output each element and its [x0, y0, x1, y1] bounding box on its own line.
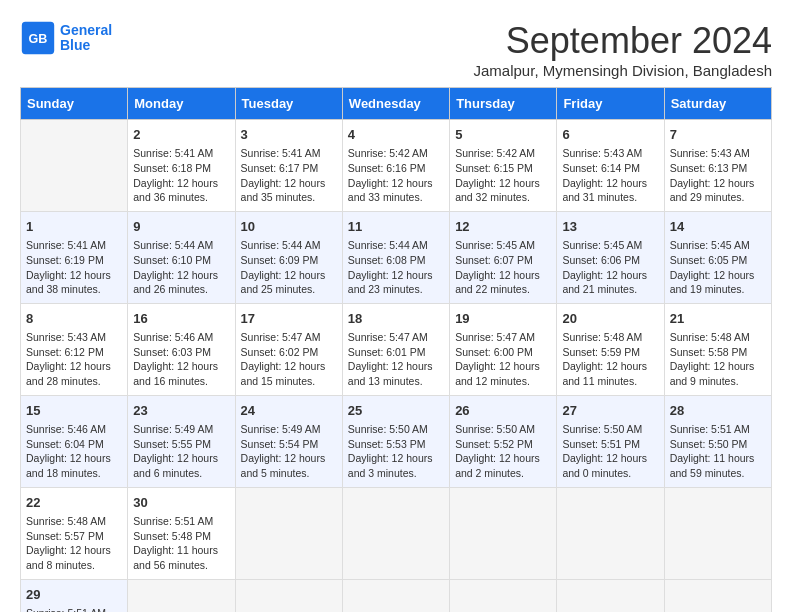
logo-blue: Blue: [60, 38, 112, 53]
sunrise-text: Sunrise: 5:44 AM: [348, 238, 444, 253]
daylight-text: Daylight: 12 hours and 3 minutes.: [348, 451, 444, 480]
calendar-cell: 27Sunrise: 5:50 AMSunset: 5:51 PMDayligh…: [557, 395, 664, 487]
sunrise-text: Sunrise: 5:51 AM: [670, 422, 766, 437]
calendar-row: 2Sunrise: 5:41 AMSunset: 6:18 PMDaylight…: [21, 120, 772, 212]
sunset-text: Sunset: 6:01 PM: [348, 345, 444, 360]
daylight-text: Daylight: 12 hours and 5 minutes.: [241, 451, 337, 480]
calendar-cell: 18Sunrise: 5:47 AMSunset: 6:01 PMDayligh…: [342, 303, 449, 395]
sunset-text: Sunset: 6:05 PM: [670, 253, 766, 268]
calendar-cell: 14Sunrise: 5:45 AMSunset: 6:05 PMDayligh…: [664, 211, 771, 303]
sunrise-text: Sunrise: 5:46 AM: [26, 422, 122, 437]
day-number: 30: [133, 494, 229, 512]
sunrise-text: Sunrise: 5:45 AM: [562, 238, 658, 253]
sunset-text: Sunset: 6:08 PM: [348, 253, 444, 268]
logo-general: General: [60, 22, 112, 38]
day-number: 25: [348, 402, 444, 420]
calendar-cell: 12Sunrise: 5:45 AMSunset: 6:07 PMDayligh…: [450, 211, 557, 303]
sunrise-text: Sunrise: 5:49 AM: [133, 422, 229, 437]
calendar-cell: 1Sunrise: 5:41 AMSunset: 6:19 PMDaylight…: [21, 211, 128, 303]
sunset-text: Sunset: 5:48 PM: [133, 529, 229, 544]
daylight-text: Daylight: 12 hours and 36 minutes.: [133, 176, 229, 205]
weekday-header-monday: Monday: [128, 88, 235, 120]
calendar-cell: 30Sunrise: 5:51 AMSunset: 5:48 PMDayligh…: [128, 487, 235, 579]
daylight-text: Daylight: 12 hours and 33 minutes.: [348, 176, 444, 205]
sunrise-text: Sunrise: 5:48 AM: [26, 514, 122, 529]
calendar-cell: [450, 579, 557, 612]
calendar-cell: [664, 487, 771, 579]
daylight-text: Daylight: 12 hours and 25 minutes.: [241, 268, 337, 297]
weekday-header-saturday: Saturday: [664, 88, 771, 120]
daylight-text: Daylight: 12 hours and 13 minutes.: [348, 359, 444, 388]
calendar-cell: 23Sunrise: 5:49 AMSunset: 5:55 PMDayligh…: [128, 395, 235, 487]
weekday-header-tuesday: Tuesday: [235, 88, 342, 120]
sunrise-text: Sunrise: 5:41 AM: [241, 146, 337, 161]
sunset-text: Sunset: 6:02 PM: [241, 345, 337, 360]
day-number: 26: [455, 402, 551, 420]
svg-text:GB: GB: [29, 32, 48, 46]
calendar-cell: [450, 487, 557, 579]
title-section: September 2024 Jamalpur, Mymensingh Divi…: [474, 20, 772, 79]
calendar-row: 1Sunrise: 5:41 AMSunset: 6:19 PMDaylight…: [21, 211, 772, 303]
calendar-cell: [664, 579, 771, 612]
daylight-text: Daylight: 12 hours and 2 minutes.: [455, 451, 551, 480]
daylight-text: Daylight: 12 hours and 12 minutes.: [455, 359, 551, 388]
daylight-text: Daylight: 12 hours and 38 minutes.: [26, 268, 122, 297]
day-number: 23: [133, 402, 229, 420]
daylight-text: Daylight: 12 hours and 18 minutes.: [26, 451, 122, 480]
sunrise-text: Sunrise: 5:46 AM: [133, 330, 229, 345]
sunrise-text: Sunrise: 5:51 AM: [26, 606, 122, 612]
calendar-cell: 6Sunrise: 5:43 AMSunset: 6:14 PMDaylight…: [557, 120, 664, 212]
daylight-text: Daylight: 12 hours and 16 minutes.: [133, 359, 229, 388]
sunset-text: Sunset: 6:12 PM: [26, 345, 122, 360]
sunset-text: Sunset: 5:52 PM: [455, 437, 551, 452]
sunrise-text: Sunrise: 5:42 AM: [455, 146, 551, 161]
daylight-text: Daylight: 12 hours and 22 minutes.: [455, 268, 551, 297]
logo: GB General Blue: [20, 20, 112, 56]
calendar-cell: 13Sunrise: 5:45 AMSunset: 6:06 PMDayligh…: [557, 211, 664, 303]
calendar-cell: 28Sunrise: 5:51 AMSunset: 5:50 PMDayligh…: [664, 395, 771, 487]
calendar-cell: [557, 487, 664, 579]
daylight-text: Daylight: 12 hours and 26 minutes.: [133, 268, 229, 297]
day-number: 7: [670, 126, 766, 144]
sunset-text: Sunset: 6:14 PM: [562, 161, 658, 176]
sunset-text: Sunset: 5:57 PM: [26, 529, 122, 544]
weekday-header-friday: Friday: [557, 88, 664, 120]
sunrise-text: Sunrise: 5:45 AM: [670, 238, 766, 253]
daylight-text: Daylight: 11 hours and 59 minutes.: [670, 451, 766, 480]
day-number: 6: [562, 126, 658, 144]
calendar-cell: 11Sunrise: 5:44 AMSunset: 6:08 PMDayligh…: [342, 211, 449, 303]
calendar-cell: 9Sunrise: 5:44 AMSunset: 6:10 PMDaylight…: [128, 211, 235, 303]
calendar-cell: [342, 579, 449, 612]
calendar-cell: 8Sunrise: 5:43 AMSunset: 6:12 PMDaylight…: [21, 303, 128, 395]
sunset-text: Sunset: 6:15 PM: [455, 161, 551, 176]
sunrise-text: Sunrise: 5:47 AM: [455, 330, 551, 345]
calendar-row: 8Sunrise: 5:43 AMSunset: 6:12 PMDaylight…: [21, 303, 772, 395]
sunrise-text: Sunrise: 5:43 AM: [26, 330, 122, 345]
logo-icon: GB: [20, 20, 56, 56]
calendar-cell: [128, 579, 235, 612]
sunrise-text: Sunrise: 5:41 AM: [26, 238, 122, 253]
sunset-text: Sunset: 5:54 PM: [241, 437, 337, 452]
calendar-table: SundayMondayTuesdayWednesdayThursdayFrid…: [20, 87, 772, 612]
calendar-row: 22Sunrise: 5:48 AMSunset: 5:57 PMDayligh…: [21, 487, 772, 579]
calendar-cell: 24Sunrise: 5:49 AMSunset: 5:54 PMDayligh…: [235, 395, 342, 487]
sunrise-text: Sunrise: 5:42 AM: [348, 146, 444, 161]
day-number: 20: [562, 310, 658, 328]
calendar-cell: 15Sunrise: 5:46 AMSunset: 6:04 PMDayligh…: [21, 395, 128, 487]
daylight-text: Daylight: 12 hours and 31 minutes.: [562, 176, 658, 205]
day-number: 28: [670, 402, 766, 420]
day-number: 16: [133, 310, 229, 328]
calendar-cell: 29Sunrise: 5:51 AMSunset: 5:49 PMDayligh…: [21, 579, 128, 612]
day-number: 9: [133, 218, 229, 236]
sunset-text: Sunset: 5:55 PM: [133, 437, 229, 452]
daylight-text: Daylight: 12 hours and 28 minutes.: [26, 359, 122, 388]
day-number: 17: [241, 310, 337, 328]
calendar-cell: 7Sunrise: 5:43 AMSunset: 6:13 PMDaylight…: [664, 120, 771, 212]
sunrise-text: Sunrise: 5:44 AM: [241, 238, 337, 253]
calendar-cell: 21Sunrise: 5:48 AMSunset: 5:58 PMDayligh…: [664, 303, 771, 395]
day-number: 3: [241, 126, 337, 144]
sunset-text: Sunset: 6:18 PM: [133, 161, 229, 176]
sunset-text: Sunset: 6:00 PM: [455, 345, 551, 360]
daylight-text: Daylight: 12 hours and 35 minutes.: [241, 176, 337, 205]
day-number: 21: [670, 310, 766, 328]
